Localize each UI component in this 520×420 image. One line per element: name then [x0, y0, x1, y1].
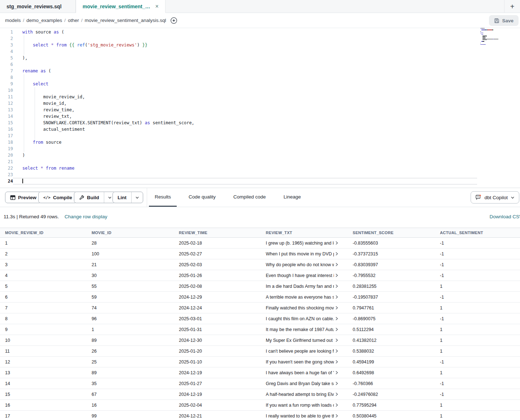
copilot-badge-icon[interactable] — [170, 17, 178, 24]
table-cell: 0.77595294 — [348, 403, 435, 408]
column-header: REVIEW_TXT — [261, 231, 348, 235]
table-row: 14352025-01-27Greg Davis and Bryan Daly … — [0, 378, 520, 389]
table-cell: -1 — [435, 295, 520, 300]
expand-row-chevron-icon[interactable] — [335, 284, 338, 288]
expand-row-chevron-icon[interactable] — [335, 392, 338, 396]
table-cell: 0.6492698 — [348, 370, 435, 375]
table-cell: 3 — [0, 262, 87, 267]
expand-row-chevron-icon[interactable] — [335, 414, 338, 418]
table-cell: I really wanted to be able to give this … — [261, 414, 348, 419]
table-cell: 1 — [435, 284, 520, 289]
table-cell: 1 — [435, 305, 520, 310]
new-tab-button[interactable]: + — [504, 0, 520, 13]
indent-guide — [35, 87, 35, 139]
tab-stg-movie-reviews[interactable]: stg_movie_reviews.sql — [0, 0, 76, 13]
save-button[interactable]: Save — [489, 15, 519, 26]
breadcrumb: models/demo_examples/other/movie_review_… — [5, 18, 166, 23]
table-cell: 4 — [0, 273, 87, 278]
tab-label: Results — [155, 194, 171, 200]
table-cell: 100 — [87, 251, 174, 256]
expand-row-chevron-icon[interactable] — [335, 306, 338, 310]
table-cell: -1 — [435, 381, 520, 386]
expand-row-chevron-icon[interactable] — [335, 381, 338, 385]
column-header: REVIEW_TIME — [174, 231, 261, 235]
copilot-label: dbt Copilot — [484, 195, 508, 200]
table-cell: It may be the remake of 1987 Autumn'… — [261, 327, 348, 332]
expand-row-chevron-icon[interactable] — [335, 252, 338, 256]
results-table-header: MOVIE_REVIEW_IDMOVIE_IDREVIEW_TIMEREVIEW… — [0, 228, 520, 238]
expand-row-chevron-icon[interactable] — [335, 241, 338, 245]
close-tab-icon[interactable]: × — [155, 3, 159, 10]
table-cell: I can't believe people are looking for a… — [261, 349, 348, 354]
expand-row-chevron-icon[interactable] — [335, 360, 338, 364]
table-cell: 11 — [0, 349, 87, 354]
table-cell: 59 — [87, 295, 174, 300]
build-button[interactable]: Build — [74, 192, 116, 203]
table-cell: 21 — [87, 262, 174, 267]
expand-row-chevron-icon[interactable] — [335, 349, 338, 353]
expand-row-chevron-icon[interactable] — [335, 403, 338, 407]
table-row: 8962025-03-01I caught this film on AZN o… — [0, 313, 520, 324]
save-icon — [494, 18, 499, 23]
table-row: 13892024-12-19I have always been a huge … — [0, 367, 520, 378]
editor-minimap[interactable] — [480, 28, 504, 46]
table-cell: 2025-02-04 — [174, 403, 261, 408]
compile-button[interactable]: </> Compile — [38, 192, 77, 203]
change-row-display-link[interactable]: Change row display — [65, 214, 107, 219]
lint-button[interactable]: Lint — [113, 192, 143, 203]
expand-row-chevron-icon[interactable] — [335, 273, 338, 277]
breadcrumb-segment: demo_examples — [26, 18, 62, 23]
table-cell: 26 — [87, 349, 174, 354]
tab-results[interactable]: Results — [149, 188, 177, 207]
table-cell: My Super Ex Girlfriend turned out to b… — [261, 338, 348, 343]
table-cell: 67 — [87, 392, 174, 397]
table-cell: 2025-02-08 — [174, 284, 261, 289]
table-cell: If you haven't seen the gong show TV s… — [261, 359, 348, 365]
table-cell: 30 — [87, 273, 174, 278]
expand-row-chevron-icon[interactable] — [335, 317, 338, 321]
expand-row-chevron-icon[interactable] — [335, 338, 338, 342]
expand-row-chevron-icon[interactable] — [335, 327, 338, 331]
dbt-copilot-button[interactable]: dbt Copilot — [471, 191, 519, 204]
tab-label: stg_movie_reviews.sql — [6, 4, 62, 9]
compile-label: Compile — [53, 195, 72, 200]
table-cell: -0.83555603 — [348, 241, 435, 246]
tab-compiled-code[interactable]: Compiled code — [228, 188, 272, 207]
tab-lineage[interactable]: Lineage — [278, 188, 307, 207]
code-lines: 1with source as (23 select * from {{ ref… — [0, 29, 520, 184]
expand-row-chevron-icon[interactable] — [335, 263, 338, 267]
table-cell: 55 — [87, 284, 174, 289]
action-toolbar: Preview </> Compile Build Lint Results C… — [0, 188, 520, 207]
tab-movie-review-sentiment[interactable]: movie_review_sentiment_… × — [76, 0, 166, 13]
tab-code-quality[interactable]: Code quality — [183, 188, 221, 207]
tab-label: Code quality — [189, 194, 216, 200]
table-row: 12252025-01-10If you haven't seen the go… — [0, 357, 520, 367]
expand-row-chevron-icon[interactable] — [335, 295, 338, 299]
table-cell: -0.24976082 — [348, 392, 435, 397]
table-row: 3212025-02-03Why do people who do not kn… — [0, 259, 520, 270]
lint-label: Lint — [118, 195, 127, 200]
table-cell: 16 — [0, 403, 87, 408]
table-cell: -1 — [435, 251, 520, 256]
table-cell: -0.37372315 — [348, 251, 435, 256]
table-cell: 2024-12-29 — [174, 295, 261, 300]
table-cell: -1 — [435, 316, 520, 321]
table-cell: 1 — [87, 327, 174, 332]
table-cell: 2024-12-19 — [174, 392, 261, 397]
table-cell: 96 — [87, 316, 174, 321]
table-cell: 6 — [0, 295, 87, 300]
expand-row-chevron-icon[interactable] — [335, 371, 338, 375]
sql-code-editor[interactable]: 1with source as (23 select * from {{ ref… — [0, 28, 520, 188]
preview-button[interactable]: Preview — [5, 192, 41, 203]
lint-dropdown-chevron[interactable] — [131, 192, 143, 203]
table-cell: 89 — [87, 338, 174, 343]
table-cell: 13 — [0, 370, 87, 375]
table-cell: 2025-01-20 — [174, 349, 261, 354]
breadcrumb-segment: movie_review_sentiment_analysis.sql — [85, 18, 166, 23]
tab-label: Lineage — [283, 194, 301, 200]
download-csv-link[interactable]: Download CSV — [489, 214, 520, 219]
column-header: MOVIE_ID — [87, 231, 174, 235]
copilot-dropdown-chevron[interactable] — [511, 196, 515, 200]
tab-label: Compiled code — [233, 194, 266, 200]
wrench-icon — [79, 195, 84, 200]
